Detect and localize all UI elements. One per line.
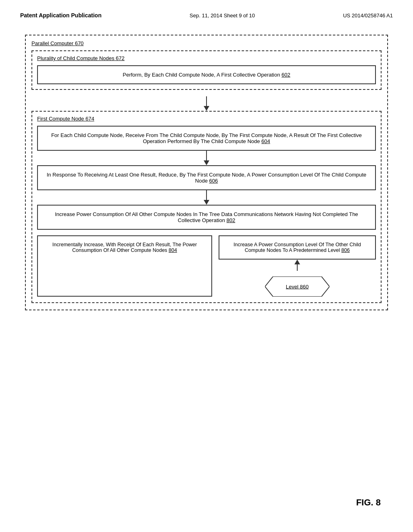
box-receive: For Each Child Compute Node, Receive Fro… bbox=[37, 126, 376, 151]
child-nodes-box: Plurality of Child Compute Nodes 672 Per… bbox=[31, 50, 382, 90]
first-compute-label: First Compute Node 674 bbox=[37, 116, 376, 122]
box-reduce-text: In Response To Receiving At Least One Re… bbox=[47, 172, 367, 184]
svg-marker-5 bbox=[204, 200, 209, 205]
level-shape: Level 860 bbox=[265, 276, 330, 297]
first-compute-num: 674 bbox=[86, 116, 94, 122]
header-center: Sep. 11, 2014 Sheet 9 of 10 bbox=[190, 12, 255, 19]
first-compute-text: First Compute Node bbox=[37, 116, 86, 122]
box-predetermined-num: 806 bbox=[341, 247, 350, 253]
box6-col: Increase A Power Consumption Level Of Th… bbox=[219, 235, 376, 297]
box-incrementally: Incrementally Increase, With Receipt Of … bbox=[37, 235, 212, 297]
box-receive-text: For Each Child Compute Node, Receive Fro… bbox=[51, 132, 362, 144]
arrow-2 bbox=[37, 151, 376, 165]
first-compute-section: First Compute Node 674 For Each Child Co… bbox=[31, 111, 382, 303]
svg-marker-3 bbox=[204, 160, 209, 165]
level-shape-text: Level 860 bbox=[286, 284, 309, 290]
parallel-computer-text: Parallel Computer bbox=[31, 40, 75, 46]
page-header: Patent Application Publication Sep. 11, … bbox=[20, 12, 393, 19]
box-increase-all-text: Increase Power Consumption Of All Other … bbox=[55, 211, 358, 223]
header-left: Patent Application Publication bbox=[20, 12, 102, 19]
box-perform-num: 602 bbox=[282, 72, 290, 78]
box-predetermined: Increase A Power Consumption Level Of Th… bbox=[219, 235, 376, 260]
arrow-3 bbox=[37, 190, 376, 205]
svg-marker-7 bbox=[294, 260, 300, 264]
box-reduce-num: 606 bbox=[209, 178, 218, 184]
child-nodes-label: Plurality of Child Compute Nodes 672 bbox=[37, 55, 376, 61]
box-perform-text: Perform, By Each Child Compute Node, A F… bbox=[123, 72, 282, 78]
child-nodes-num: 672 bbox=[116, 55, 125, 61]
level-text: Level bbox=[286, 284, 300, 290]
box-incrementally-num: 804 bbox=[169, 247, 177, 253]
svg-marker-1 bbox=[204, 106, 209, 111]
diagram-area: Parallel Computer 670 Plurality of Child… bbox=[25, 35, 388, 310]
child-nodes-text: Plurality of Child Compute Nodes bbox=[37, 55, 116, 61]
fig-label: FIG. 8 bbox=[356, 497, 381, 508]
page: Patent Application Publication Sep. 11, … bbox=[0, 0, 413, 532]
box-reduce: In Response To Receiving At Least One Re… bbox=[37, 165, 376, 190]
parallel-computer-label: Parallel Computer 670 bbox=[31, 40, 382, 46]
box-receive-num: 604 bbox=[261, 138, 270, 144]
two-col-section: Incrementally Increase, With Receipt Of … bbox=[37, 235, 376, 297]
parallel-computer-num: 670 bbox=[75, 40, 84, 46]
box-perform: Perform, By Each Child Compute Node, A F… bbox=[37, 65, 376, 84]
parallel-computer-box: Parallel Computer 670 Plurality of Child… bbox=[25, 35, 388, 310]
box-increase-all: Increase Power Consumption Of All Other … bbox=[37, 205, 376, 230]
header-right: US 2014/0258746 A1 bbox=[343, 12, 393, 19]
level-num: 860 bbox=[300, 284, 309, 290]
arrow-1 bbox=[31, 96, 382, 111]
arrow-up-level bbox=[292, 260, 302, 271]
box-increase-all-num: 802 bbox=[226, 217, 235, 223]
